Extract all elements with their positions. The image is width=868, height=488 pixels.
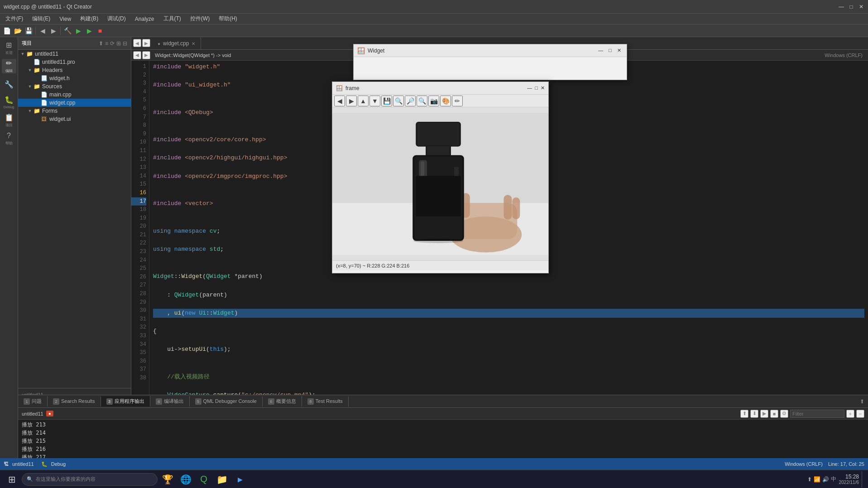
menu-controls[interactable]: 控件(W) <box>187 14 213 24</box>
tab-widget-cpp[interactable]: ● widget.cpp ✕ <box>152 38 201 49</box>
tree-item-widget-ui[interactable]: 🖼 widget.ui <box>18 115 131 123</box>
new-file-button[interactable]: 📄 <box>2 26 12 36</box>
mode-edit[interactable]: ✏ 编辑 <box>2 59 16 73</box>
menu-debug[interactable]: 调试(D) <box>104 14 129 24</box>
build-button[interactable]: 🔨 <box>62 26 72 36</box>
output-tab-app[interactable]: 3应用程序输出 <box>101 396 150 407</box>
tab-close-icon[interactable]: ✕ <box>192 41 195 46</box>
sidebar-filter-icon[interactable]: ⬆ <box>99 40 103 47</box>
frame-tool-palette[interactable]: 🎨 <box>440 96 451 106</box>
frame-maximize-button[interactable]: □ <box>535 85 538 91</box>
output-next-btn[interactable]: ⬇ <box>750 410 758 418</box>
frame-window[interactable]: 🪟 frame — □ ✕ ◀ ▶ ▲ ▼ 💾 🔍 🔎 🔍 📷 🎨 ✏ <box>332 81 549 273</box>
menu-build[interactable]: 构建(B) <box>77 14 102 24</box>
qt-minimize-button[interactable]: — <box>596 47 605 54</box>
tree-item-sources[interactable]: ▼ 📁 Sources <box>18 82 131 91</box>
tree-item-widget-cpp[interactable]: 📄 widget.cpp <box>18 99 131 107</box>
tray-network-icon[interactable]: 📶 <box>814 476 820 483</box>
qt-window-title-bar: 🪟 Widget — □ ✕ <box>354 44 627 57</box>
qt-widget-window[interactable]: 🪟 Widget — □ ✕ <box>353 44 627 80</box>
sidebar-expand-icon[interactable]: ⊞ <box>116 40 121 47</box>
mode-help[interactable]: ? 帮助 <box>2 131 16 146</box>
output-remove-btn[interactable]: − <box>856 410 864 418</box>
tree-item-headers[interactable]: ▼ 📁 Headers <box>18 66 131 74</box>
close-button[interactable]: ✕ <box>858 4 864 10</box>
frame-tool-search[interactable]: 🔍 <box>393 96 404 106</box>
output-tab-qml[interactable]: 5QML Debugger Console <box>190 397 263 407</box>
frame-tool-forward[interactable]: ▶ <box>346 96 357 106</box>
maximize-button[interactable]: □ <box>848 4 854 10</box>
open-file-button[interactable]: 📂 <box>13 26 23 36</box>
qt-maximize-button[interactable]: □ <box>607 47 614 54</box>
sidebar-sync-icon[interactable]: ⟳ <box>110 40 115 47</box>
menu-tools[interactable]: 工具(T) <box>160 14 185 24</box>
tree-item-widget-h[interactable]: 📃 widget.h <box>18 74 131 82</box>
frame-close-button[interactable]: ✕ <box>541 85 545 91</box>
taskbar-ie-icon[interactable]: 🌐 <box>177 471 194 488</box>
forward-button[interactable]: ▶ <box>48 26 58 36</box>
menu-edit[interactable]: 编辑(E) <box>29 14 54 24</box>
status-line-col-right: Line: 17, Col: 25 <box>828 461 864 467</box>
mode-project[interactable]: 📋 项目 <box>2 113 16 128</box>
frame-minimize-button[interactable]: — <box>527 85 532 91</box>
taskbar-widget-icon[interactable]: 🏆 <box>159 471 176 488</box>
start-button[interactable]: ⊞ <box>4 471 20 488</box>
mode-design[interactable]: 🔧 <box>2 77 16 91</box>
menu-view[interactable]: View <box>56 15 75 23</box>
tree-item-main-cpp[interactable]: 📄 main.cpp <box>18 91 131 99</box>
taskbar-app1[interactable]: ▶ <box>232 471 248 488</box>
frame-tool-up[interactable]: ▲ <box>358 96 369 106</box>
taskbar-search-placeholder: 在这里输入你要搜索的内容 <box>36 476 96 483</box>
back-button[interactable]: ◀ <box>38 26 48 36</box>
menu-help[interactable]: 帮助(H) <box>215 14 241 24</box>
frame-tool-camera[interactable]: 📷 <box>428 96 439 106</box>
output-tab-search[interactable]: 2Search Results <box>48 397 101 407</box>
frame-tool-back[interactable]: ◀ <box>334 96 345 106</box>
output-expand-icon[interactable]: ⬆ <box>856 398 868 405</box>
menu-file[interactable]: 文件(F) <box>2 14 27 24</box>
tree-item-root[interactable]: ▼ 📁 untitled11 <box>18 50 131 58</box>
frame-tool-pen[interactable]: ✏ <box>452 96 463 106</box>
sidebar-collapse-icon[interactable]: ⊟ <box>123 40 127 47</box>
tray-volume-icon[interactable]: 🔊 <box>822 476 829 483</box>
nav-back-button[interactable]: ◀ <box>133 51 141 59</box>
sidebar-sort-icon[interactable]: ≡ <box>105 40 108 47</box>
qt-window-buttons: — □ ✕ <box>596 47 623 54</box>
taskbar-explorer-icon[interactable]: 📁 <box>214 471 230 488</box>
qt-close-button[interactable]: ✕ <box>615 47 623 54</box>
output-tab-compile[interactable]: 4编译输出 <box>150 396 190 407</box>
tree-item-forms[interactable]: ▼ 📁 Forms <box>18 107 131 115</box>
taskbar-qt-icon[interactable]: Q <box>196 471 212 488</box>
mode-debug[interactable]: 🐛 Debug <box>2 95 16 110</box>
output-tab-problems[interactable]: 1问题 <box>18 396 48 407</box>
nav-forward-button[interactable]: ▶ <box>142 51 150 59</box>
output-filter-input[interactable] <box>790 410 844 418</box>
menu-analyze[interactable]: Analyze <box>131 15 158 23</box>
stop-button[interactable]: ■ <box>95 26 105 36</box>
run-button[interactable]: ▶ <box>73 26 83 36</box>
tray-lang-icon[interactable]: 中 <box>831 475 836 483</box>
output-run-btn[interactable]: ▶ <box>760 410 768 418</box>
tab-right-button[interactable]: ▶ <box>142 39 150 47</box>
tree-item-pro[interactable]: 📄 untitled11.pro <box>18 58 131 66</box>
output-add-btn[interactable]: + <box>846 410 854 418</box>
taskbar-search-box[interactable]: 🔍 在这里输入你要搜索的内容 <box>22 473 158 486</box>
minimize-button[interactable]: — <box>838 4 844 10</box>
save-button[interactable]: 💾 <box>24 26 34 36</box>
mode-welcome[interactable]: ⊞ 欢迎 <box>2 41 16 55</box>
frame-tool-zoomout[interactable]: 🔍 <box>417 96 427 106</box>
frame-tool-save[interactable]: 💾 <box>381 96 392 106</box>
debug-run-button[interactable]: ▶ <box>84 26 94 36</box>
frame-tool-zoomin[interactable]: 🔎 <box>405 96 416 106</box>
output-stop-btn[interactable]: ■ <box>770 410 778 418</box>
tab-left-button[interactable]: ◀ <box>133 39 141 47</box>
tree-label-forms: Forms <box>42 108 58 114</box>
output-tab-tests[interactable]: 8Test Results <box>302 397 349 407</box>
output-scroll-btn[interactable]: ⬆ <box>740 410 748 418</box>
tray-arrow-icon[interactable]: ⬆ <box>807 476 812 483</box>
output-settings-btn[interactable]: ⚙ <box>780 410 788 418</box>
bottle-svg <box>332 107 548 260</box>
frame-tool-down[interactable]: ▼ <box>369 96 380 106</box>
show-desktop-button[interactable] <box>862 471 864 488</box>
output-tab-summary[interactable]: 6概要信息 <box>263 396 302 407</box>
